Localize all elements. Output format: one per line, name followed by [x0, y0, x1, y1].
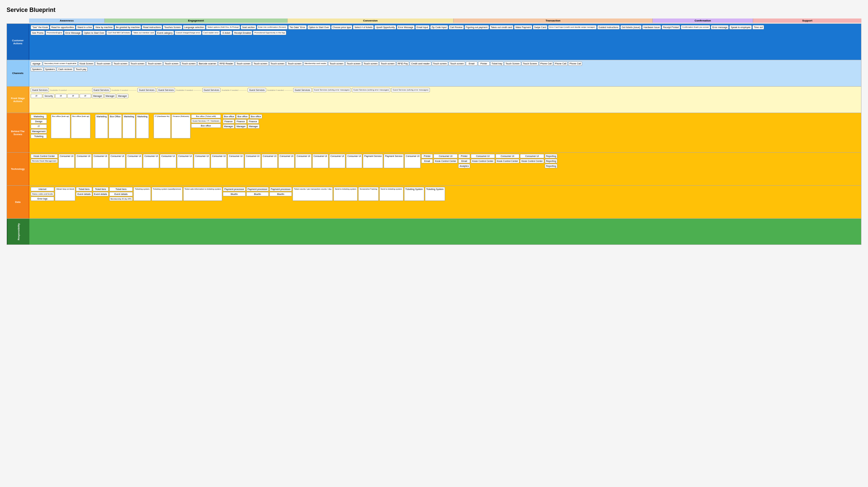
data-ticketing-upsell[interactable]: Ticketing system (upsellpromos) [152, 187, 183, 201]
data-payment1[interactable]: Payment processor [223, 187, 245, 191]
fs-security[interactable]: Security [43, 94, 55, 98]
data-bluefin1[interactable]: Bluefin [223, 192, 245, 196]
tech-cui20[interactable]: Consumer UI [434, 154, 458, 158]
ch-touch13[interactable]: Touch screen [363, 61, 379, 66]
ca-card-reader-err[interactable]: Card reader error [202, 31, 220, 35]
tech-reporting1[interactable]: Reporting [545, 154, 557, 158]
ch-touch7[interactable]: Touch screen [235, 61, 252, 66]
data-bluefin3[interactable]: Bluefin [270, 192, 292, 196]
fs-guest1[interactable]: Guest Services [31, 88, 49, 92]
data-send-ticketing[interactable]: Send to ticketing system [334, 187, 358, 201]
ch-touch-pay[interactable]: Touch pay [74, 67, 88, 71]
ca-see-kiosk[interactable]: "See" the Kiosk [31, 25, 49, 29]
data-ticket-tiers2[interactable]: Ticket tiers [93, 187, 108, 191]
ch-printer[interactable]: Printer [478, 61, 490, 66]
tech-cui6[interactable]: Consumer UI [143, 154, 159, 168]
fs-guest2[interactable]: Guest Services [92, 88, 110, 92]
tech-printer2[interactable]: Printer [458, 154, 470, 158]
tech-payment1[interactable]: Payment Service [363, 154, 383, 168]
ch-touch4[interactable]: Touch screen [146, 61, 163, 66]
bs-boxoffice-c3[interactable]: Box office [250, 114, 262, 119]
ca-zip[interactable]: Zip Code Input [430, 25, 448, 29]
tech-printer[interactable]: Printer [421, 154, 433, 158]
fs-it1[interactable]: IT [31, 94, 42, 98]
tech-cui22[interactable]: Consumer UI [496, 154, 520, 158]
data-ticket-counts[interactable]: Ticket counts / per transaction counts /… [292, 187, 333, 201]
ch-touch12[interactable]: Touch screen [345, 61, 362, 66]
data-event-details1[interactable]: Event details [76, 192, 92, 196]
fs-it3[interactable]: IT [67, 94, 79, 98]
tech-cui16[interactable]: Consumer UI [312, 154, 329, 168]
data-payment2[interactable]: Payment processor [246, 187, 269, 191]
bs-boxoffice3[interactable]: Box Office [108, 114, 122, 138]
ca-card-error[interactable]: Error Card Input (credit card double swi… [548, 25, 597, 29]
bs-boxoffice-c2[interactable]: Box office [236, 114, 249, 119]
ca-language[interactable]: Language selection [183, 25, 206, 29]
tech-cui23[interactable]: Consumer UI [520, 154, 544, 158]
ca-make-payment[interactable]: Make Payment [514, 25, 532, 29]
ca-greeted[interactable]: Be greeted by machine [115, 25, 141, 29]
data-error-logs[interactable]: Error logs [31, 197, 54, 201]
tech-cui7[interactable]: Consumer UI [160, 154, 176, 168]
ca-figuring-payment[interactable]: Figuring out payment [465, 25, 489, 29]
ch-ticket-tray[interactable]: Ticket tray [490, 61, 503, 66]
ca-swipe[interactable]: Swipe Card [533, 25, 548, 29]
ch-barcode[interactable]: Barcode scanner [197, 61, 218, 66]
ca-touch[interactable]: Touches Screen [163, 25, 182, 29]
tech-cui15[interactable]: Consumer UI [295, 154, 311, 168]
ca-option-startover[interactable]: Option to Start Over [307, 25, 331, 29]
fs-guest7[interactable]: Guest Services [293, 88, 311, 92]
ch-rfid-pay[interactable]: RFID Pay [397, 61, 409, 66]
ca-select-options[interactable]: Select options (Add Ons, At Pickup) [206, 25, 240, 29]
ca-get-tickets[interactable]: Get tickets (issue) [620, 25, 642, 29]
tech-cui5[interactable]: Consumer UI [126, 154, 142, 168]
ca-speak-employee[interactable]: Speak to employee [729, 25, 752, 29]
ca-email-input[interactable]: Email Input [415, 25, 430, 29]
ca-read[interactable]: Read for opportunities [50, 25, 75, 29]
bs-management[interactable]: Management [31, 129, 47, 134]
ca-eticket[interactable]: E-ticket [221, 31, 232, 35]
data-event-details3[interactable]: Event details [109, 192, 133, 196]
ch-kiosk-screen[interactable]: Kiosk Screen [78, 61, 94, 66]
ca-read-instr[interactable]: Read instructions [142, 25, 162, 29]
ch-touch-screen1[interactable]: Touch Screen [504, 61, 521, 66]
ch-touch8[interactable]: Touch screen [252, 61, 269, 66]
fs-gs-error3[interactable]: Guest Services (solving error messages) [391, 88, 430, 92]
fs-guest5[interactable]: Guest Services [203, 88, 221, 92]
ca-guided[interactable]: Guided Instructions [597, 25, 620, 29]
ch-speakers[interactable]: Speakers [31, 67, 43, 71]
bs-finance-c2[interactable]: Finance [235, 119, 247, 123]
tech-remote-kiosk[interactable]: Remote Kiosk Management [31, 159, 58, 163]
tech-kcc3[interactable]: Kiosk Control Center [471, 159, 495, 163]
bs-manager-c3[interactable]: Manager [248, 124, 259, 128]
ch-phone2[interactable]: Phone Call [554, 61, 567, 66]
ch-signage[interactable]: signage [31, 61, 42, 66]
ch-touch11[interactable]: Touch screen [328, 61, 345, 66]
tech-cui19[interactable]: Consumer UI [404, 154, 421, 168]
ca-choose-price[interactable]: Choose price type [331, 25, 352, 29]
bs-marketing[interactable]: Marketing [31, 114, 47, 119]
ch-touch16[interactable]: Touch screen [449, 61, 465, 66]
data-event-details2[interactable]: Event details [93, 192, 108, 196]
ch-touch6[interactable]: Touch screen [181, 61, 197, 66]
ca-error-msg[interactable]: Error Message [397, 25, 415, 29]
data-membership-id[interactable]: Membership ID (by API) [109, 197, 133, 201]
ca-promo-engine[interactable]: PromotionEngine [45, 31, 63, 35]
tech-cui4[interactable]: Consumer UI [109, 154, 125, 168]
data-ticketing-system2[interactable]: Ticketing System [425, 187, 445, 201]
ca-no-data[interactable]: "No Data" Error [288, 25, 307, 29]
tech-cui11[interactable]: Consumer UI [227, 154, 244, 168]
ca-error-msg3[interactable]: Error Message [64, 31, 82, 35]
ca-receipt-printed[interactable]: Receipt Printed [662, 25, 680, 29]
tech-cui2[interactable]: Consumer UI [75, 154, 91, 168]
bs-marketing4[interactable]: Marketing [136, 114, 149, 138]
bs-manager-c2[interactable]: Manager [235, 124, 247, 128]
bs-it[interactable]: IT [31, 124, 47, 128]
data-payment3[interactable]: Payment processor [270, 187, 292, 191]
tech-kcc5[interactable]: Kiosk Control Center [520, 159, 544, 163]
tech-cui18[interactable]: Consumer UI [346, 154, 362, 168]
data-attract[interactable]: Attract loop on kiosk [55, 187, 75, 201]
tech-cui9[interactable]: Consumer UI [194, 154, 210, 168]
ca-promo-app[interactable]: Promotional Opportunity in the App [253, 31, 286, 35]
ca-cart[interactable]: Cart Review [449, 25, 464, 29]
